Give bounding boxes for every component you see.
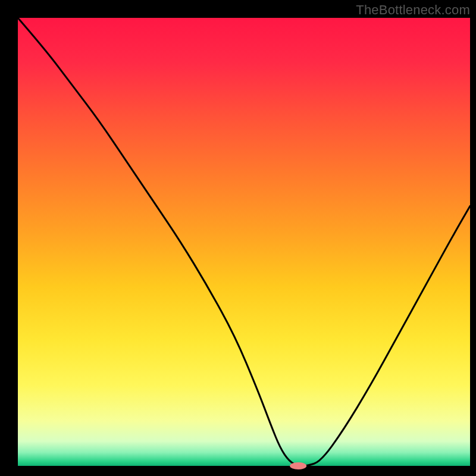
watermark-text: TheBottleneck.com	[356, 2, 470, 18]
bottleneck-chart	[0, 0, 476, 476]
optimal-marker	[290, 462, 306, 469]
plot-background	[18, 18, 470, 466]
chart-frame: TheBottleneck.com	[0, 0, 476, 476]
